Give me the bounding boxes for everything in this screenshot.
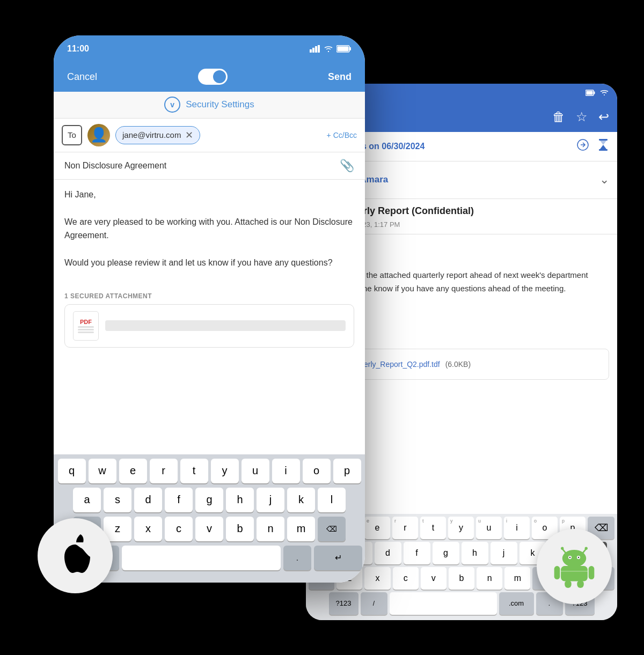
- akey-v[interactable]: v: [421, 567, 447, 590]
- svg-point-16: [561, 547, 564, 549]
- wifi-icon: [324, 45, 333, 53]
- ios-status-bar: 11:00: [54, 35, 365, 62]
- sender-name: Tia Amara: [345, 174, 599, 185]
- toggle-knob: [213, 70, 226, 83]
- akey-g[interactable]: g: [433, 542, 459, 564]
- key-g[interactable]: g: [195, 488, 223, 512]
- akey-c[interactable]: c: [393, 567, 419, 590]
- key-b[interactable]: b: [226, 517, 254, 541]
- expiry-icons: [576, 138, 609, 154]
- key-l[interactable]: l: [318, 488, 346, 512]
- subject-text: Non Disclosure Agreement: [64, 161, 166, 171]
- key-v[interactable]: v: [195, 517, 223, 541]
- to-field-row: To 👤 jane@virtru.com ✕ + Cc/Bcc: [54, 119, 365, 152]
- key-k[interactable]: k: [287, 488, 315, 512]
- key-f[interactable]: f: [165, 488, 193, 512]
- akey-space[interactable]: [390, 592, 497, 615]
- expand-icon[interactable]: ⌄: [599, 173, 609, 187]
- key-r[interactable]: r: [150, 459, 178, 483]
- akey-b[interactable]: b: [449, 567, 474, 590]
- virtru-logo: v: [164, 97, 180, 113]
- key-i[interactable]: i: [272, 459, 300, 483]
- akey-x[interactable]: x: [364, 567, 390, 590]
- akey-t[interactable]: t: [420, 517, 446, 539]
- svg-rect-24: [561, 566, 588, 581]
- key-a[interactable]: a: [73, 488, 101, 512]
- cc-bcc-button[interactable]: + Cc/Bcc: [327, 131, 357, 139]
- apple-logo-circle: [38, 518, 113, 593]
- svg-rect-26: [589, 566, 595, 579]
- svg-rect-12: [599, 149, 608, 151]
- key-o[interactable]: o: [303, 459, 331, 483]
- svg-rect-5: [349, 47, 351, 50]
- to-label: To: [62, 125, 82, 145]
- return-key[interactable]: ↵: [314, 546, 362, 570]
- ios-action-bar: Cancel Send: [54, 62, 365, 92]
- attachment-label: 1 SECURED ATTACHMENT: [64, 292, 354, 300]
- svg-rect-9: [587, 91, 593, 95]
- remove-recipient-button[interactable]: ✕: [185, 129, 193, 141]
- key-n[interactable]: n: [257, 517, 284, 541]
- cancel-button[interactable]: Cancel: [67, 71, 97, 83]
- delete-email-button[interactable]: 🗑: [552, 109, 565, 124]
- email-body[interactable]: Hi Jane, We are very pleased to be worki…: [54, 180, 365, 287]
- key-p[interactable]: p: [333, 459, 361, 483]
- recipient-email: jane@virtru.com: [122, 130, 181, 139]
- akey-123[interactable]: ?123: [329, 592, 358, 615]
- body-greeting: Hi Jane,: [64, 188, 354, 202]
- svg-rect-8: [594, 92, 595, 94]
- akey-h[interactable]: h: [462, 542, 488, 564]
- key-q[interactable]: q: [58, 459, 86, 483]
- key-e[interactable]: e: [119, 459, 147, 483]
- svg-point-18: [585, 547, 588, 549]
- space-key[interactable]: [122, 546, 281, 570]
- attachment-name-placeholder: [105, 320, 346, 331]
- key-c[interactable]: c: [165, 517, 193, 541]
- reply-button[interactable]: ↩: [598, 109, 609, 124]
- svg-point-22: [569, 556, 571, 558]
- key-d[interactable]: d: [134, 488, 162, 512]
- android-wifi-icon: [599, 90, 609, 96]
- akey-j[interactable]: j: [491, 542, 517, 564]
- akey-r[interactable]: r: [392, 517, 418, 539]
- akey-d[interactable]: d: [375, 542, 401, 564]
- key-w[interactable]: w: [89, 459, 116, 483]
- key-u[interactable]: u: [241, 459, 269, 483]
- apple-icon: [54, 533, 97, 578]
- key-m[interactable]: m: [287, 517, 315, 541]
- ios-phone: 11:00: [54, 35, 365, 583]
- key-t[interactable]: t: [180, 459, 208, 483]
- key-j[interactable]: j: [257, 488, 284, 512]
- key-x[interactable]: x: [134, 517, 162, 541]
- keyboard-row-2: a s d f g h j k l: [56, 488, 362, 512]
- delete-key[interactable]: ⌫: [318, 517, 346, 541]
- key-h[interactable]: h: [226, 488, 254, 512]
- attachment-box[interactable]: PDF: [64, 304, 354, 348]
- akey-m[interactable]: m: [504, 567, 530, 590]
- body-question: Would you please review it and let us kn…: [64, 256, 354, 270]
- akey-slash[interactable]: /: [361, 592, 387, 615]
- body-content: We are very pleased to be working with y…: [64, 215, 354, 242]
- email-chip[interactable]: jane@virtru.com ✕: [115, 126, 200, 144]
- virtru-toggle[interactable]: [198, 69, 228, 85]
- recipient-avatar: 👤: [87, 124, 110, 146]
- svg-point-23: [578, 556, 580, 558]
- forward-icon[interactable]: [576, 138, 589, 154]
- svg-rect-3: [318, 45, 320, 53]
- hourglass-icon[interactable]: [597, 138, 609, 154]
- android-status-icons: [586, 90, 609, 96]
- android-robot-icon: [550, 545, 598, 588]
- akey-i[interactable]: i: [504, 517, 530, 539]
- attachment-size: (6.0KB): [445, 360, 471, 369]
- attachment-icon[interactable]: 📎: [340, 159, 354, 173]
- android-logo-circle: [537, 529, 612, 604]
- security-settings-label: Security Settings: [186, 99, 254, 110]
- send-button[interactable]: Send: [328, 71, 352, 83]
- star-button[interactable]: ☆: [576, 109, 588, 124]
- key-y[interactable]: y: [211, 459, 239, 483]
- akey-f[interactable]: f: [404, 542, 430, 564]
- period-key[interactable]: .: [283, 546, 311, 570]
- key-s[interactable]: s: [104, 488, 131, 512]
- akey-dotcom[interactable]: .com: [499, 592, 534, 615]
- akey-n[interactable]: n: [477, 567, 502, 590]
